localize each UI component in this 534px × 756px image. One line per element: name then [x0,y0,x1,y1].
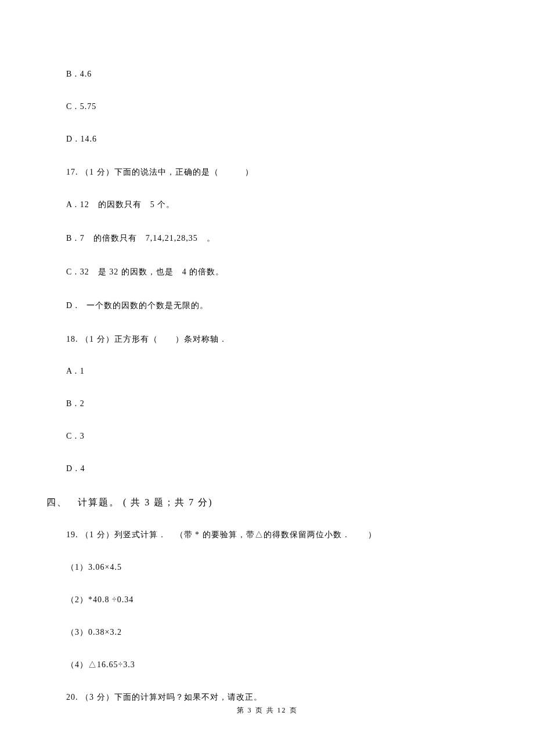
q19-part-3: （3）0.38×3.2 [66,627,488,638]
page-footer: 第 3 页 共 12 页 [0,706,534,715]
q18-option-d: D . 4 [66,464,488,473]
q17-option-a: A . 12 的因数只有 5 个。 [66,200,488,210]
options-block: B . 4.6 C . 5.75 D . 14.6 [66,70,488,144]
q19-part-1: （1）3.06×4.5 [66,562,488,573]
q17-option-c: C . 32 是 32 的因数，也是 4 的倍数。 [66,267,488,277]
q18-option-a: A . 1 [66,367,488,376]
q17-option-b: B . 7 的倍数只有 7,14,21,28,35 。 [66,233,488,244]
page-content: B . 4.6 C . 5.75 D . 14.6 17. （1 分）下面的说法… [0,0,534,703]
q19-part-2: （2）*40.8 ÷0.34 [66,595,488,605]
q20-stem: 20. （3 分）下面的计算对吗？如果不对，请改正。 [66,692,488,703]
question-17: 17. （1 分）下面的说法中，正确的是（ ） A . 12 的因数只有 5 个… [66,167,488,311]
section-4-title: 四、 计算题。 ( 共 3 题；共 7 分) [46,497,488,509]
q19-stem: 19. （1 分）列竖式计算． （带 * 的要验算，带△的得数保留两位小数． ） [66,530,488,540]
question-20: 20. （3 分）下面的计算对吗？如果不对，请改正。 [66,692,488,703]
q17-option-d: D . 一个数的因数的个数是无限的。 [66,301,488,311]
option-b: B . 4.6 [66,70,488,79]
q18-option-b: B . 2 [66,399,488,408]
q17-stem: 17. （1 分）下面的说法中，正确的是（ ） [66,167,488,178]
option-d: D . 14.6 [66,135,488,144]
q18-stem: 18. （1 分）正方形有（ ）条对称轴． [66,334,488,345]
question-19: 19. （1 分）列竖式计算． （带 * 的要验算，带△的得数保留两位小数． ）… [66,530,488,670]
question-18: 18. （1 分）正方形有（ ）条对称轴． A . 1 B . 2 C . 3 … [66,334,488,473]
option-c: C . 5.75 [66,102,488,111]
q19-part-4: （4）△16.65÷3.3 [66,660,488,670]
q18-option-c: C . 3 [66,432,488,441]
